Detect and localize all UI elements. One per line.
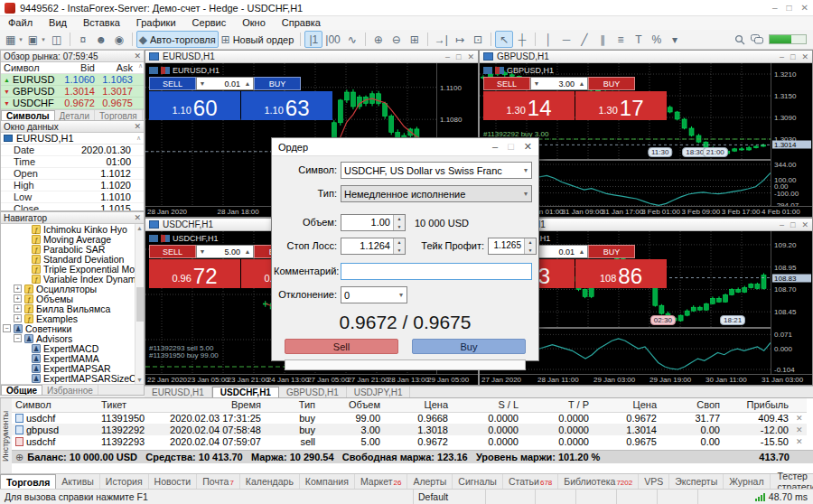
- trade-row-2[interactable]: usdchf113922932020.02.04 07:59:07sell5.0…: [12, 435, 807, 447]
- nav-expert-0[interactable]: ♟ExpertMACD: [1, 343, 144, 353]
- sell-price-display[interactable]: 1.3014: [483, 91, 575, 120]
- fibonacci-icon[interactable]: ≡: [612, 31, 630, 48]
- market-watch-row[interactable]: ▲EURUSD1.10601.1063: [1, 74, 144, 86]
- close-position-icon[interactable]: ✕: [792, 435, 807, 447]
- open-account-icon[interactable]: ☻: [92, 31, 110, 48]
- profile-selector[interactable]: Default: [414, 490, 486, 504]
- equidistant-channel-icon[interactable]: ∥: [593, 31, 612, 48]
- volume-up-icon[interactable]: ▲: [576, 80, 587, 87]
- new-order-button[interactable]: ⊞Новый ордер: [219, 31, 297, 48]
- dialog-minimize-icon[interactable]: –: [492, 141, 498, 153]
- trade-row-1[interactable]: gbpusd113922922020.02.04 07:58:48buy3.00…: [12, 424, 807, 435]
- nav-group-1[interactable]: +ƒОбъемы: [1, 294, 144, 303]
- candlestick-chart-icon[interactable]: |1: [304, 31, 322, 48]
- one-click-volume-stepper[interactable]: ▼3.00▲: [530, 77, 588, 90]
- text-label-icon[interactable]: T: [630, 31, 648, 48]
- comment-input[interactable]: [341, 263, 532, 280]
- tree-expander-icon[interactable]: +: [14, 294, 22, 303]
- toolbox-vertical-tab[interactable]: Инструменты: [0, 398, 12, 474]
- market-watch-close-icon[interactable]: ✕: [134, 51, 141, 61]
- toolbox-tab-календарь[interactable]: Календарь: [240, 474, 300, 489]
- trade-col-5[interactable]: Цена: [384, 398, 452, 412]
- nav-indicator-4[interactable]: ƒTriple Exponential Movin: [1, 264, 144, 274]
- chart-shift-icon[interactable]: ⊡: [469, 31, 487, 48]
- search-icon[interactable]: [734, 34, 745, 45]
- trade-col-1[interactable]: Тикет: [98, 398, 165, 412]
- chart-close-icon[interactable]: ✕: [801, 52, 808, 61]
- chart-tab-0[interactable]: EURUSD,H1: [145, 387, 212, 397]
- vertical-line-icon[interactable]: │: [539, 31, 557, 48]
- menu-item-5[interactable]: Окно: [234, 16, 274, 30]
- buy-price-display[interactable]: 1.1063: [241, 91, 332, 120]
- time-axis[interactable]: 22 Jan 202023 Jan 05:0023 Jan 21:0024 Ja…: [145, 374, 478, 385]
- take-profit-stepper[interactable]: 1.1265 ▲▼: [488, 238, 537, 255]
- toolbox-tab-vps[interactable]: VPS: [639, 474, 669, 489]
- menu-item-6[interactable]: Справка: [274, 16, 329, 30]
- sell-price-display[interactable]: 0.9672: [149, 259, 240, 288]
- auto-scroll-icon[interactable]: ↦: [451, 31, 469, 48]
- chart-maximize-icon[interactable]: □: [790, 220, 795, 229]
- menu-item-2[interactable]: Вставка: [75, 16, 128, 30]
- trade-row-0[interactable]: usdchf113919502020.02.03 17:31:25buy99.0…: [12, 412, 807, 424]
- one-click-sell-button[interactable]: SELL: [483, 77, 530, 90]
- panel-mode-icon[interactable]: [161, 67, 170, 74]
- objects-dropdown-icon[interactable]: ▾: [666, 31, 684, 48]
- one-click-volume-stepper[interactable]: ▼5.00▲: [196, 245, 254, 258]
- toolbox-tab-эксперты[interactable]: Эксперты: [669, 474, 724, 489]
- trade-col-9[interactable]: Своп: [660, 398, 724, 412]
- line-chart-icon[interactable]: ∿: [343, 31, 361, 48]
- tree-expander-icon[interactable]: −: [3, 324, 11, 332]
- panel-collapse-icon[interactable]: [149, 235, 158, 242]
- volume-down-icon[interactable]: ▼: [531, 80, 542, 87]
- chart-window-titlebar[interactable]: EURUSD,H1–□✕: [145, 51, 478, 63]
- chart-maximize-icon[interactable]: □: [456, 52, 461, 61]
- stop-loss-stepper[interactable]: 1.1264 ▲▼: [341, 238, 406, 255]
- volume-down-icon[interactable]: ▼: [197, 80, 208, 87]
- nav-experts-root[interactable]: −♟Советники: [1, 323, 144, 333]
- nav-expert-2[interactable]: ♟ExpertMAPSAR: [1, 363, 144, 373]
- auto-trading-button[interactable]: ◆Авто-торговля: [136, 31, 219, 48]
- tree-expander-icon[interactable]: −: [14, 334, 22, 342]
- chart-maximize-icon[interactable]: □: [790, 52, 795, 61]
- toolbox-tab-сигналы[interactable]: Сигналы: [453, 474, 503, 489]
- chart-tab-1[interactable]: USDCHF,H1: [212, 387, 279, 397]
- close-position-icon[interactable]: ✕: [792, 412, 807, 424]
- toolbox-tab-торговля[interactable]: Торговля: [0, 474, 56, 489]
- volume-up-icon[interactable]: ▲: [576, 248, 587, 255]
- window-close-icon[interactable]: ✕: [801, 3, 808, 13]
- zoom-out-icon[interactable]: ⊖: [388, 31, 406, 48]
- panel-collapse-icon[interactable]: [483, 67, 492, 74]
- toolbox-tab-статьи[interactable]: Статьи678: [503, 474, 558, 489]
- trade-col-4[interactable]: Объем: [319, 398, 384, 412]
- trade-col-6[interactable]: S / L: [452, 398, 522, 412]
- one-click-volume-stepper[interactable]: ▼0.01▲: [196, 77, 254, 90]
- panel-collapse-icon[interactable]: [149, 67, 158, 74]
- nav-advisors-folder[interactable]: −♟Advisors: [1, 333, 144, 343]
- nav-expert-1[interactable]: ♟ExpertMAMA: [1, 353, 144, 363]
- trendline-icon[interactable]: ╱: [575, 31, 593, 48]
- navigator-tab-0[interactable]: Общие: [1, 385, 42, 396]
- volume-down-icon[interactable]: ▼: [197, 248, 208, 255]
- new-chart-icon[interactable]: ▦▾: [3, 31, 25, 48]
- one-click-buy-button[interactable]: BUY: [254, 77, 301, 90]
- data-folder-icon[interactable]: ◫: [48, 31, 66, 48]
- plus-icon[interactable]: ⊕: [15, 452, 23, 463]
- nav-indicator-0[interactable]: ƒIchimoku Kinko Hyo: [1, 224, 144, 234]
- order-type-select[interactable]: Немедленное исполнение▾: [341, 185, 532, 202]
- trade-col-0[interactable]: Символ: [12, 398, 98, 412]
- toolbox-tab-маркет[interactable]: Маркет26: [355, 474, 407, 489]
- nav-indicator-2[interactable]: ƒParabolic SAR: [1, 244, 144, 254]
- tree-expander-icon[interactable]: +: [14, 314, 22, 322]
- volume-stepper[interactable]: 1.00 ▲▼: [341, 214, 406, 231]
- navigator-tab-1[interactable]: Избранное: [42, 385, 98, 396]
- trade-col-7[interactable]: T / P: [522, 398, 593, 412]
- one-click-buy-button[interactable]: BUY: [588, 245, 635, 258]
- cursor-icon[interactable]: ↖: [495, 31, 513, 48]
- one-click-buy-button[interactable]: BUY: [588, 77, 635, 90]
- dialog-close-icon[interactable]: ✕: [524, 141, 532, 153]
- data-window-close-icon[interactable]: ✕: [134, 122, 141, 131]
- buy-price-display[interactable]: 1.3017: [575, 91, 667, 120]
- menu-item-0[interactable]: Файл: [0, 16, 41, 30]
- chart-tab-2[interactable]: GBPUSD,H1: [279, 387, 347, 397]
- chart-window-titlebar[interactable]: GBPUSD,H1–□✕: [480, 51, 812, 63]
